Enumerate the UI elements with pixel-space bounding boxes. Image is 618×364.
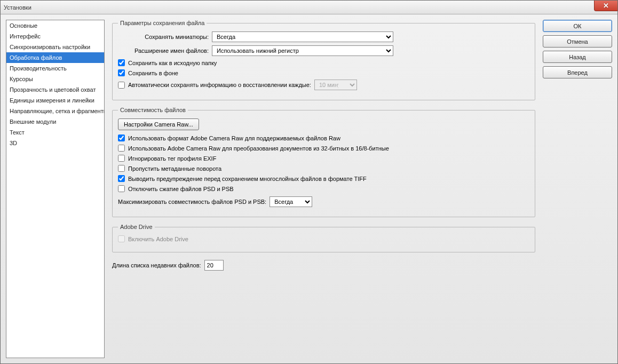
save-thumbs-select[interactable]: Всегда xyxy=(212,31,393,42)
window-body: Основные Интерфейс Синхронизировать наст… xyxy=(1,14,617,363)
sidebar-item-guides[interactable]: Направляющие, сетка и фрагменты xyxy=(6,106,104,116)
adobe-drive-legend: Adobe Drive xyxy=(118,224,155,230)
ext-case-label: Расширение имен файлов: xyxy=(118,48,209,54)
preferences-window: Установки ✕ Основные Интерфейс Синхрониз… xyxy=(0,0,618,364)
ignore-exif-checkbox[interactable] xyxy=(118,155,125,162)
main-panel: Параметры сохранения файла Сохранять мин… xyxy=(110,20,537,358)
sidebar-item-units[interactable]: Единицы измерения и линейки xyxy=(6,95,104,106)
compat-group: Совместимость файлов Настройки Camera Ra… xyxy=(112,107,535,217)
file-save-group: Параметры сохранения файла Сохранять мин… xyxy=(112,20,535,100)
auto-save-interval-select: 10 минут xyxy=(314,80,357,90)
cancel-button[interactable]: Отмена xyxy=(543,35,612,48)
forward-button-label: Вперед xyxy=(567,69,588,76)
ok-button[interactable]: ОК xyxy=(543,20,612,32)
cancel-button-label: Отмена xyxy=(567,38,588,45)
dialog-buttons: ОК Отмена Назад Вперед xyxy=(543,20,612,358)
enable-adobe-drive-checkbox xyxy=(118,235,125,242)
use-acr-3216-label: Использовать Adobe Camera Raw для преобр… xyxy=(128,145,389,152)
file-save-legend: Параметры сохранения файла xyxy=(118,20,207,26)
compat-legend: Совместимость файлов xyxy=(118,107,188,113)
disable-psd-compress-checkbox[interactable] xyxy=(118,185,125,192)
save-thumbs-label: Сохранять миниатюры: xyxy=(118,34,209,40)
sidebar-item-cursors[interactable]: Курсоры xyxy=(6,74,104,84)
ext-case-select[interactable]: Использовать нижний регистр xyxy=(212,45,393,56)
recent-files-row: Длина списка недавних файлов: xyxy=(112,260,535,271)
save-original-label: Сохранить как в исходную папку xyxy=(128,60,217,66)
back-button-label: Назад xyxy=(569,54,586,60)
disable-psd-compress-label: Отключить сжатие файлов PSD и PSB xyxy=(128,186,234,192)
sidebar-item-sync[interactable]: Синхронизировать настройки xyxy=(6,42,104,52)
enable-adobe-drive-label: Включить Adobe Drive xyxy=(128,236,188,242)
sidebar-item-performance[interactable]: Производительность xyxy=(6,63,104,74)
sidebar-item-file-handling[interactable]: Обработка файлов xyxy=(6,52,104,63)
auto-save-label: Автоматически сохранять информацию о вос… xyxy=(128,82,311,88)
sidebar-item-text[interactable]: Текст xyxy=(6,127,104,138)
sidebar-item-general[interactable]: Основные xyxy=(6,20,104,31)
sidebar-item-interface[interactable]: Интерфейс xyxy=(6,31,104,42)
adobe-drive-group: Adobe Drive Включить Adobe Drive xyxy=(112,224,535,252)
close-button[interactable]: ✕ xyxy=(594,1,617,11)
titlebar: Установки ✕ xyxy=(1,1,617,14)
save-background-checkbox[interactable] xyxy=(118,69,125,76)
recent-files-input[interactable] xyxy=(204,260,224,271)
save-original-checkbox[interactable] xyxy=(118,59,125,66)
window-title: Установки xyxy=(4,4,31,11)
use-acr-raw-label: Использовать формат Adobe Camera Raw для… xyxy=(128,135,340,141)
category-sidebar: Основные Интерфейс Синхронизировать наст… xyxy=(6,20,105,358)
maximize-label: Максимизировать совместимость файлов PSD… xyxy=(118,199,266,205)
sidebar-item-3d[interactable]: 3D xyxy=(6,138,104,148)
use-acr-3216-checkbox[interactable] xyxy=(118,145,125,152)
sidebar-item-plugins[interactable]: Внешние модули xyxy=(6,116,104,127)
camera-raw-button-label: Настройки Camera Raw... xyxy=(124,121,193,128)
close-icon: ✕ xyxy=(603,2,609,10)
forward-button[interactable]: Вперед xyxy=(543,66,612,78)
tiff-warn-checkbox[interactable] xyxy=(118,175,125,182)
use-acr-raw-checkbox[interactable] xyxy=(118,134,125,141)
sidebar-item-transparency[interactable]: Прозрачность и цветовой охват xyxy=(6,84,104,95)
camera-raw-button[interactable]: Настройки Camera Raw... xyxy=(118,118,199,130)
auto-save-checkbox[interactable] xyxy=(118,82,125,89)
back-button[interactable]: Назад xyxy=(543,51,612,63)
save-background-label: Сохранить в фоне xyxy=(128,70,178,76)
skip-rotation-label: Пропустить метаданные поворота xyxy=(128,165,221,172)
skip-rotation-checkbox[interactable] xyxy=(118,165,125,172)
maximize-select[interactable]: Всегда xyxy=(270,196,312,207)
ignore-exif-label: Игнорировать тег профиля EXIF xyxy=(128,155,216,162)
tiff-warn-label: Выводить предупреждение перед сохранение… xyxy=(128,176,367,182)
ok-button-label: ОК xyxy=(574,23,582,29)
recent-files-label: Длина списка недавних файлов: xyxy=(112,262,201,268)
